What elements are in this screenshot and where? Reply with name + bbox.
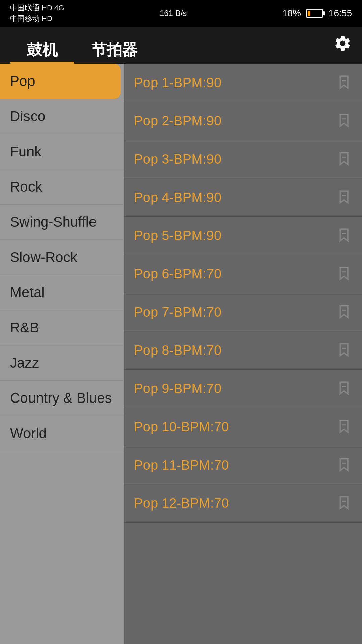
sidebar-item-rnb[interactable]: R&B [0,310,124,345]
bookmark-button-10[interactable] [336,417,352,436]
beat-name-12: Pop 12-BPM:70 [134,496,229,511]
beat-item-11[interactable]: Pop 11-BPM:70 [124,446,362,484]
bookmark-button-8[interactable] [336,341,352,360]
beat-item-6[interactable]: Pop 6-BPM:70 [124,255,362,293]
beat-item-9[interactable]: Pop 9-BPM:70 [124,370,362,408]
status-bar: 中国联通 HD 4G 中国移动 HD 161 B/s 18% 16:55 [0,0,362,27]
bookmark-button-4[interactable] [336,188,352,207]
system-info: 18% 16:55 [282,8,352,19]
bookmark-button-11[interactable] [336,455,352,475]
carrier2-label: 中国移动 HD [10,14,64,24]
main-content: PopDiscoFunkRockSwing-ShuffleSlow-RockMe… [0,64,362,644]
time-label: 16:55 [328,8,352,19]
beat-item-4[interactable]: Pop 4-BPM:90 [124,178,362,217]
beat-item-7[interactable]: Pop 7-BPM:70 [124,293,362,331]
bookmark-button-3[interactable] [336,150,352,169]
beat-name-5: Pop 5-BPM:90 [134,228,221,243]
carrier-info: 中国联通 HD 4G 中国移动 HD [10,3,64,24]
sidebar-item-rock[interactable]: Rock [0,169,124,205]
beat-item-8[interactable]: Pop 8-BPM:70 [124,331,362,370]
beat-item-2[interactable]: Pop 2-BPM:90 [124,102,362,140]
sidebar-item-jazz[interactable]: Jazz [0,345,124,381]
sidebar-item-metal[interactable]: Metal [0,275,124,310]
signal-info: 161 B/s [160,9,187,18]
bookmark-button-6[interactable] [336,264,352,283]
bookmark-button-9[interactable] [336,379,352,398]
battery-icon [306,9,323,18]
carrier1-label: 中国联通 HD 4G [10,3,64,13]
settings-icon[interactable] [333,34,352,57]
bookmark-button-2[interactable] [336,111,352,130]
sidebar-item-funk[interactable]: Funk [0,134,124,169]
sidebar-item-swing-shuffle[interactable]: Swing-Shuffle [0,205,124,240]
beat-name-3: Pop 3-BPM:90 [134,152,221,167]
beat-item-3[interactable]: Pop 3-BPM:90 [124,140,362,178]
beat-name-2: Pop 2-BPM:90 [134,113,221,128]
app-header: 鼓机 节拍器 [0,27,362,64]
beat-item-5[interactable]: Pop 5-BPM:90 [124,217,362,255]
beat-item-10[interactable]: Pop 10-BPM:70 [124,408,362,446]
beat-name-4: Pop 4-BPM:90 [134,190,221,205]
category-sidebar: PopDiscoFunkRockSwing-ShuffleSlow-RockMe… [0,64,124,644]
bookmark-button-7[interactable] [336,303,352,322]
sidebar-item-world[interactable]: World [0,416,124,451]
sidebar-item-slow-rock[interactable]: Slow-Rock [0,240,124,275]
beat-name-8: Pop 8-BPM:70 [134,343,221,358]
beat-item-1[interactable]: Pop 1-BPM:90 [124,64,362,102]
sidebar-item-disco[interactable]: Disco [0,99,124,134]
beat-name-1: Pop 1-BPM:90 [134,75,221,90]
beat-name-6: Pop 6-BPM:70 [134,266,221,281]
tab-metronome[interactable]: 节拍器 [74,40,154,64]
sidebar-item-pop[interactable]: Pop [0,64,121,99]
beat-name-10: Pop 10-BPM:70 [134,419,229,434]
beat-name-11: Pop 11-BPM:70 [134,458,229,473]
nav-tabs: 鼓机 节拍器 [10,27,154,64]
signal-label: 161 B/s [160,9,187,18]
beat-name-7: Pop 7-BPM:70 [134,305,221,320]
beat-name-9: Pop 9-BPM:70 [134,381,221,396]
bookmark-button-1[interactable] [336,73,352,92]
sidebar-item-country-blues[interactable]: Country & Blues [0,381,124,416]
beat-item-12[interactable]: Pop 12-BPM:70 [124,484,362,523]
battery-percent: 18% [282,8,301,19]
beats-list: Pop 1-BPM:90 Pop 2-BPM:90 Pop 3-BPM:90 P… [124,64,362,644]
bookmark-button-5[interactable] [336,226,352,245]
bookmark-button-12[interactable] [336,494,352,513]
tab-drum-machine[interactable]: 鼓机 [10,40,74,64]
